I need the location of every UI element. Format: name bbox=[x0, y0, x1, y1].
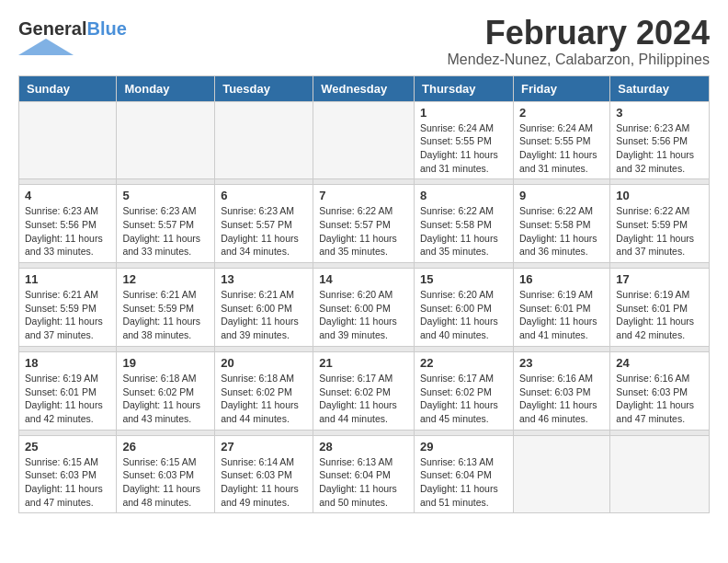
day-number: 10 bbox=[616, 189, 703, 202]
calendar-week-1: 1Sunrise: 6:24 AM Sunset: 5:55 PM Daylig… bbox=[19, 101, 710, 179]
day-info: Sunrise: 6:22 AM Sunset: 5:58 PM Dayligh… bbox=[519, 204, 604, 259]
table-cell: 27Sunrise: 6:14 AM Sunset: 6:03 PM Dayli… bbox=[215, 435, 313, 513]
table-cell bbox=[610, 435, 710, 513]
day-number: 29 bbox=[420, 440, 507, 454]
table-cell bbox=[117, 101, 215, 179]
day-number: 8 bbox=[420, 189, 507, 202]
day-number: 17 bbox=[616, 272, 703, 286]
day-number: 16 bbox=[519, 272, 604, 286]
table-cell: 21Sunrise: 6:17 AM Sunset: 6:02 PM Dayli… bbox=[313, 351, 415, 430]
table-cell: 2Sunrise: 6:24 AM Sunset: 5:55 PM Daylig… bbox=[513, 101, 609, 179]
day-number: 1 bbox=[420, 106, 507, 120]
calendar-table: Sunday Monday Tuesday Wednesday Thursday… bbox=[18, 75, 710, 514]
header-friday: Friday bbox=[513, 75, 609, 101]
day-number: 3 bbox=[616, 106, 703, 120]
day-number: 22 bbox=[420, 356, 507, 370]
day-number: 11 bbox=[25, 272, 110, 286]
calendar-week-4: 18Sunrise: 6:19 AM Sunset: 6:01 PM Dayli… bbox=[19, 351, 710, 430]
day-info: Sunrise: 6:23 AM Sunset: 5:56 PM Dayligh… bbox=[616, 121, 703, 176]
logo-general: General bbox=[18, 18, 86, 39]
header-thursday: Thursday bbox=[415, 75, 514, 101]
day-info: Sunrise: 6:14 AM Sunset: 6:03 PM Dayligh… bbox=[221, 455, 307, 510]
table-cell: 26Sunrise: 6:15 AM Sunset: 6:03 PM Dayli… bbox=[117, 435, 215, 513]
day-info: Sunrise: 6:17 AM Sunset: 6:02 PM Dayligh… bbox=[420, 372, 507, 426]
day-number: 5 bbox=[122, 189, 209, 202]
table-cell: 22Sunrise: 6:17 AM Sunset: 6:02 PM Dayli… bbox=[415, 351, 514, 430]
day-info: Sunrise: 6:15 AM Sunset: 6:03 PM Dayligh… bbox=[122, 455, 209, 510]
table-cell: 8Sunrise: 6:22 AM Sunset: 5:58 PM Daylig… bbox=[415, 185, 514, 263]
day-number: 18 bbox=[25, 356, 110, 370]
table-cell: 28Sunrise: 6:13 AM Sunset: 6:04 PM Dayli… bbox=[313, 435, 415, 513]
table-cell: 12Sunrise: 6:21 AM Sunset: 5:59 PM Dayli… bbox=[117, 269, 215, 347]
day-info: Sunrise: 6:18 AM Sunset: 6:02 PM Dayligh… bbox=[221, 372, 307, 426]
page-title: February 2024 bbox=[448, 15, 711, 52]
day-info: Sunrise: 6:21 AM Sunset: 5:59 PM Dayligh… bbox=[25, 288, 110, 342]
day-number: 12 bbox=[122, 272, 209, 286]
day-info: Sunrise: 6:20 AM Sunset: 6:00 PM Dayligh… bbox=[319, 288, 408, 342]
table-cell: 6Sunrise: 6:23 AM Sunset: 5:57 PM Daylig… bbox=[215, 185, 313, 263]
table-cell bbox=[513, 435, 609, 513]
table-cell: 3Sunrise: 6:23 AM Sunset: 5:56 PM Daylig… bbox=[610, 101, 710, 179]
table-cell bbox=[313, 101, 415, 179]
table-cell: 10Sunrise: 6:22 AM Sunset: 5:59 PM Dayli… bbox=[610, 185, 710, 263]
day-info: Sunrise: 6:17 AM Sunset: 6:02 PM Dayligh… bbox=[319, 372, 408, 426]
page-subtitle: Mendez-Nunez, Calabarzon, Philippines bbox=[448, 52, 711, 68]
calendar-week-2: 4Sunrise: 6:23 AM Sunset: 5:56 PM Daylig… bbox=[19, 185, 710, 263]
calendar-week-3: 11Sunrise: 6:21 AM Sunset: 5:59 PM Dayli… bbox=[19, 269, 710, 347]
logo-blue: Blue bbox=[86, 18, 126, 39]
day-number: 9 bbox=[519, 189, 604, 202]
table-cell: 24Sunrise: 6:16 AM Sunset: 6:03 PM Dayli… bbox=[610, 351, 710, 430]
day-number: 19 bbox=[122, 356, 209, 370]
table-cell: 11Sunrise: 6:21 AM Sunset: 5:59 PM Dayli… bbox=[19, 269, 117, 347]
day-number: 13 bbox=[221, 272, 307, 286]
day-info: Sunrise: 6:23 AM Sunset: 5:57 PM Dayligh… bbox=[122, 204, 209, 259]
table-cell: 16Sunrise: 6:19 AM Sunset: 6:01 PM Dayli… bbox=[513, 269, 609, 347]
table-cell: 20Sunrise: 6:18 AM Sunset: 6:02 PM Dayli… bbox=[215, 351, 313, 430]
logo: GeneralBlue bbox=[18, 18, 127, 59]
day-number: 27 bbox=[221, 440, 307, 454]
table-cell: 14Sunrise: 6:20 AM Sunset: 6:00 PM Dayli… bbox=[313, 269, 415, 347]
day-info: Sunrise: 6:19 AM Sunset: 6:01 PM Dayligh… bbox=[25, 372, 110, 426]
table-cell: 4Sunrise: 6:23 AM Sunset: 5:56 PM Daylig… bbox=[19, 185, 117, 263]
table-cell: 15Sunrise: 6:20 AM Sunset: 6:00 PM Dayli… bbox=[415, 269, 514, 347]
day-number: 7 bbox=[319, 189, 408, 202]
day-number: 6 bbox=[221, 189, 307, 202]
day-info: Sunrise: 6:22 AM Sunset: 5:57 PM Dayligh… bbox=[319, 204, 408, 259]
logo-icon bbox=[18, 39, 74, 55]
day-number: 20 bbox=[221, 356, 307, 370]
calendar-header-row: Sunday Monday Tuesday Wednesday Thursday… bbox=[19, 75, 710, 101]
header-saturday: Saturday bbox=[610, 75, 710, 101]
table-cell: 25Sunrise: 6:15 AM Sunset: 6:03 PM Dayli… bbox=[19, 435, 117, 513]
table-cell: 5Sunrise: 6:23 AM Sunset: 5:57 PM Daylig… bbox=[117, 185, 215, 263]
table-cell: 13Sunrise: 6:21 AM Sunset: 6:00 PM Dayli… bbox=[215, 269, 313, 347]
day-info: Sunrise: 6:20 AM Sunset: 6:00 PM Dayligh… bbox=[420, 288, 507, 342]
calendar-week-5: 25Sunrise: 6:15 AM Sunset: 6:03 PM Dayli… bbox=[19, 435, 710, 513]
day-number: 4 bbox=[25, 189, 110, 202]
day-info: Sunrise: 6:22 AM Sunset: 5:59 PM Dayligh… bbox=[616, 204, 703, 259]
header-sunday: Sunday bbox=[19, 75, 117, 101]
table-cell: 17Sunrise: 6:19 AM Sunset: 6:01 PM Dayli… bbox=[610, 269, 710, 347]
day-number: 2 bbox=[519, 106, 604, 120]
day-info: Sunrise: 6:13 AM Sunset: 6:04 PM Dayligh… bbox=[319, 455, 408, 510]
day-info: Sunrise: 6:19 AM Sunset: 6:01 PM Dayligh… bbox=[519, 288, 604, 342]
table-cell bbox=[19, 101, 117, 179]
day-info: Sunrise: 6:23 AM Sunset: 5:56 PM Dayligh… bbox=[25, 204, 110, 259]
day-info: Sunrise: 6:21 AM Sunset: 5:59 PM Dayligh… bbox=[122, 288, 209, 342]
table-cell: 1Sunrise: 6:24 AM Sunset: 5:55 PM Daylig… bbox=[415, 101, 514, 179]
day-number: 15 bbox=[420, 272, 507, 286]
table-cell: 29Sunrise: 6:13 AM Sunset: 6:04 PM Dayli… bbox=[415, 435, 514, 513]
day-number: 14 bbox=[319, 272, 408, 286]
header-tuesday: Tuesday bbox=[215, 75, 313, 101]
header-monday: Monday bbox=[117, 75, 215, 101]
table-cell: 18Sunrise: 6:19 AM Sunset: 6:01 PM Dayli… bbox=[19, 351, 117, 430]
table-cell: 23Sunrise: 6:16 AM Sunset: 6:03 PM Dayli… bbox=[513, 351, 609, 430]
table-cell: 7Sunrise: 6:22 AM Sunset: 5:57 PM Daylig… bbox=[313, 185, 415, 263]
day-info: Sunrise: 6:16 AM Sunset: 6:03 PM Dayligh… bbox=[519, 372, 604, 426]
day-info: Sunrise: 6:22 AM Sunset: 5:58 PM Dayligh… bbox=[420, 204, 507, 259]
header-wednesday: Wednesday bbox=[313, 75, 415, 101]
day-info: Sunrise: 6:19 AM Sunset: 6:01 PM Dayligh… bbox=[616, 288, 703, 342]
title-block: February 2024 Mendez-Nunez, Calabarzon, … bbox=[448, 15, 711, 68]
day-number: 28 bbox=[319, 440, 408, 454]
day-info: Sunrise: 6:21 AM Sunset: 6:00 PM Dayligh… bbox=[221, 288, 307, 342]
day-info: Sunrise: 6:24 AM Sunset: 5:55 PM Dayligh… bbox=[420, 121, 507, 176]
